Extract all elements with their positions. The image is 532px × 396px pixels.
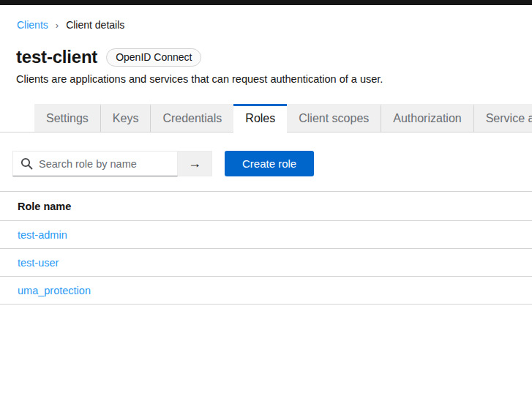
tabs-bar: Settings Keys Credentials Roles Client s… (0, 104, 532, 132)
table-row: test-admin (0, 221, 532, 249)
search-group: → (12, 151, 212, 176)
tabs-row: Settings Keys Credentials Roles Client s… (34, 104, 532, 132)
tab-credentials[interactable]: Credentials (150, 104, 233, 132)
role-link-test-user[interactable]: test-user (18, 257, 59, 269)
table-row: test-user (0, 249, 532, 277)
create-role-button[interactable]: Create role (225, 151, 314, 176)
tab-authorization[interactable]: Authorization (381, 104, 473, 132)
search-submit-button[interactable]: → (178, 151, 212, 176)
role-link-uma-protection[interactable]: uma_protection (18, 285, 91, 296)
breadcrumb-separator-icon: › (56, 20, 59, 31)
page-title: test-client (16, 47, 97, 67)
page-description: Clients are applications and services th… (16, 73, 532, 85)
roles-table: Role name test-admin test-user uma_prote… (0, 191, 532, 305)
table-row: uma_protection (0, 277, 532, 305)
breadcrumb: Clients › Client details (17, 19, 532, 31)
tab-service-accounts[interactable]: Service acc (473, 104, 532, 132)
roles-toolbar: → Create role (12, 151, 532, 176)
role-link-test-admin[interactable]: test-admin (18, 229, 67, 241)
role-name-column-header: Role name (0, 192, 532, 221)
arrow-right-icon: → (188, 156, 201, 171)
protocol-badge: OpenID Connect (106, 48, 201, 67)
tab-client-scopes[interactable]: Client scopes (287, 104, 381, 132)
search-icon (20, 157, 33, 170)
page-header: test-client OpenID Connect (16, 47, 532, 67)
search-role-input[interactable] (13, 152, 177, 176)
table-header-row: Role name (0, 192, 532, 221)
tab-settings[interactable]: Settings (34, 104, 100, 132)
window-top-bar (0, 0, 532, 5)
search-box (12, 151, 178, 176)
tab-keys[interactable]: Keys (100, 104, 151, 132)
tab-roles[interactable]: Roles (233, 104, 287, 132)
breadcrumb-clients-link[interactable]: Clients (17, 19, 48, 31)
breadcrumb-current-page: Client details (66, 19, 124, 31)
